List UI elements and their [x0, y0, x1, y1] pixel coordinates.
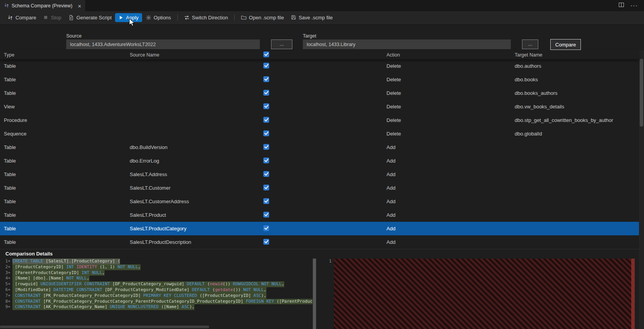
left-editor-hscrollbar[interactable] [0, 326, 209, 328]
source-input[interactable] [66, 39, 260, 49]
row-source-name: SalesLT.Customer [130, 185, 263, 191]
toolbar-compare-button[interactable]: Compare [4, 13, 39, 22]
table-row[interactable]: TableSalesLT.ProductCategoryAdd [0, 222, 639, 235]
table-row[interactable]: TableSalesLT.CustomerAdd [0, 181, 639, 195]
row-checkbox[interactable] [263, 117, 269, 123]
row-source-name: SalesLT.ProductDescription [130, 239, 263, 245]
row-checkbox[interactable] [263, 63, 269, 69]
table-row[interactable]: TableSalesLT.CustomerAddressAdd [0, 195, 639, 208]
code-line: 3+ [ParentProductCategoryID] INT NULL, [0, 270, 316, 276]
row-checkbox-cell [263, 158, 386, 164]
source-browse-button[interactable]: ... [271, 39, 292, 49]
row-checkbox[interactable] [263, 144, 269, 150]
code-line: 9+ CONSTRAINT [AK_ProductCategory_Name] … [0, 304, 316, 310]
column-header-target-name[interactable]: Target Name [515, 52, 639, 58]
more-actions-icon[interactable]: ··· [630, 2, 638, 9]
code-line: 7+ CONSTRAINT [PK_ProductCategory_Produc… [0, 293, 316, 299]
row-checkbox[interactable] [263, 158, 269, 163]
column-header-type[interactable]: Type [0, 52, 130, 58]
toolbar-switch-direction-button[interactable]: Switch Direction [180, 13, 232, 22]
row-checkbox[interactable] [263, 212, 269, 218]
toolbar-save-scmp-label: Save .scmp file [299, 15, 333, 21]
column-header-source-name[interactable]: Source Name [130, 52, 263, 58]
editor-actions: ··· [618, 0, 644, 11]
toolbar-open-scmp-button[interactable]: Open .scmp file [237, 13, 287, 22]
row-checkbox[interactable] [263, 185, 269, 190]
save-icon [291, 15, 296, 20]
row-checkbox[interactable] [263, 239, 269, 245]
tab-schema-compare[interactable]: Schema Compare (Preview) × [0, 0, 85, 12]
code-line-text: [ProductCategoryID] INT IDENTITY (1, 1) … [12, 264, 141, 270]
row-type: Sequence [0, 131, 130, 137]
line-number-gutter: 6+ [0, 287, 12, 293]
toolbar-stop-label: Stop [51, 15, 61, 21]
table-row[interactable]: TableSalesLT.ProductDescriptionAdd [0, 235, 639, 249]
source-diff-editor[interactable]: 1+CREATE TABLE [SalesLT].[ProductCategor… [0, 259, 316, 329]
table-row[interactable]: ProcedureDeletedbo.stp_get_all_cowritten… [0, 113, 639, 127]
open-file-icon [241, 15, 247, 21]
scrollbar-thumb[interactable] [640, 59, 643, 127]
source-code: 1+CREATE TABLE [SalesLT].[ProductCategor… [0, 259, 316, 310]
table-row[interactable]: Tabledbo.ErrorLogAdd [0, 154, 639, 168]
row-action: Add [386, 185, 515, 191]
left-editor-scrollbar[interactable] [313, 259, 316, 329]
toolbar-generate-script-button[interactable]: Generate Script [65, 13, 115, 22]
row-target-name: dbo.vw_books_details [515, 104, 639, 110]
row-checkbox-cell [263, 117, 386, 124]
row-checkbox[interactable] [263, 90, 269, 96]
row-checkbox-cell [263, 212, 386, 219]
table-row[interactable]: TableDeletedbo.books [0, 73, 639, 86]
toolbar-options-button[interactable]: Options [142, 13, 175, 22]
close-icon[interactable]: × [78, 3, 81, 9]
toolbar-apply-label: Apply [126, 15, 139, 21]
overview-ruler-delete-mark [631, 259, 635, 329]
main-vertical-scrollbar[interactable] [639, 50, 644, 329]
row-source-name: SalesLT.CustomerAddress [130, 199, 263, 204]
row-checkbox[interactable] [263, 198, 269, 204]
compare-icon [7, 15, 13, 21]
table-row[interactable]: TableDeletedbo.authors [0, 59, 639, 73]
source-label: Source [66, 33, 82, 39]
code-line: 4+ [Name] [dbo].[Name] NOT NULL, [0, 276, 316, 281]
row-checkbox[interactable] [263, 225, 269, 231]
split-editor-icon[interactable] [618, 2, 624, 9]
row-checkbox-cell [263, 63, 386, 70]
table-row[interactable]: TableSalesLT.AddressAdd [0, 168, 639, 181]
target-browse-button[interactable]: ... [522, 39, 538, 49]
code-line-text: [rowguid] UNIQUEIDENTIFIER CONSTRAINT [D… [12, 281, 284, 287]
row-checkbox[interactable] [263, 171, 269, 177]
row-action: Add [386, 144, 515, 150]
row-type: Table [0, 90, 130, 96]
toolbar-apply-button[interactable]: Apply [115, 13, 142, 22]
column-header-action[interactable]: Action [386, 52, 515, 58]
target-input[interactable] [303, 39, 511, 49]
line-number-gutter: 2+ [0, 264, 12, 270]
row-target-name: dbo.books_authors [515, 90, 639, 96]
removed-region-hatch [334, 259, 635, 329]
row-action: Delete [386, 131, 515, 137]
line-number-gutter: 4+ [0, 276, 12, 281]
table-row[interactable]: SequenceDeletedbo.globalId [0, 127, 639, 141]
row-checkbox[interactable] [263, 130, 269, 136]
target-line-number: 1 [325, 259, 331, 264]
row-type: Table [0, 77, 130, 82]
code-line-text: CONSTRAINT [PK_ProductCategory_ProductCa… [12, 293, 266, 299]
row-type: Table [0, 158, 130, 164]
row-target-name: dbo.books [515, 77, 639, 82]
row-checkbox-cell [263, 76, 386, 83]
toolbar-save-scmp-button[interactable]: Save .scmp file [287, 13, 336, 22]
table-row[interactable]: Tabledbo.BuildVersionAdd [0, 141, 639, 154]
row-action: Add [386, 171, 515, 177]
compare-button[interactable]: Compare [550, 39, 581, 50]
table-row[interactable]: TableDeletedbo.books_authors [0, 86, 639, 100]
target-diff-editor[interactable]: 1 [325, 259, 635, 329]
row-checkbox[interactable] [263, 103, 269, 109]
table-row[interactable]: ViewDeletedbo.vw_books_details [0, 100, 639, 113]
row-type: Table [0, 185, 130, 191]
row-checkbox-cell [263, 90, 386, 97]
row-checkbox[interactable] [263, 76, 269, 82]
table-row[interactable]: TableSalesLT.ProductAdd [0, 208, 639, 222]
diff-editors: 1+CREATE TABLE [SalesLT].[ProductCategor… [0, 259, 639, 329]
toolbar-generate-script-label: Generate Script [76, 15, 112, 21]
select-all-checkbox[interactable] [263, 51, 269, 57]
